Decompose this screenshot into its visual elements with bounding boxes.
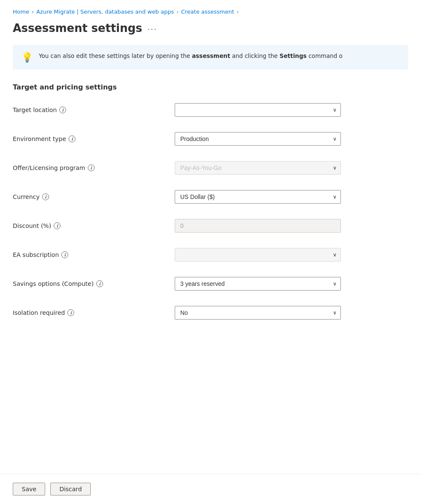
control-environment-type: Production Dev/Test ∨ <box>175 132 341 146</box>
info-icon-ea-subscription[interactable]: i <box>61 251 68 258</box>
discount-input[interactable] <box>175 219 341 233</box>
info-text-before: You can also edit these settings later b… <box>39 52 192 59</box>
form-row-target-location: Target location i ∨ <box>13 103 408 120</box>
control-savings-options: 1 year reserved 3 years reserved None ∨ <box>175 277 341 291</box>
form-row-currency: Currency i US Dollar ($) Euro (€) Britis… <box>13 190 408 207</box>
dropdown-wrapper-environment-type: Production Dev/Test ∨ <box>175 132 341 146</box>
control-target-location: ∨ <box>175 103 341 117</box>
info-text-bold1: assessment <box>192 52 230 59</box>
info-icon-target-location[interactable]: i <box>59 107 66 113</box>
info-icon-isolation-required[interactable]: i <box>67 309 74 316</box>
more-options-button[interactable]: ··· <box>147 25 157 34</box>
form-row-offer-licensing: Offer/Licensing program i Pay-As-You-Go … <box>13 161 408 178</box>
save-button[interactable]: Save <box>13 483 45 495</box>
ea-subscription-select[interactable] <box>175 248 341 262</box>
form-row-savings-options: Savings options (Compute) i 1 year reser… <box>13 277 408 294</box>
discard-button[interactable]: Discard <box>50 483 91 495</box>
info-banner-text: You can also edit these settings later b… <box>39 52 343 60</box>
page-title: Assessment settings <box>13 22 142 35</box>
page-container: Home › Azure Migrate | Servers, database… <box>0 0 421 504</box>
target-location-select[interactable] <box>175 103 341 117</box>
info-icon-discount[interactable]: i <box>54 222 61 229</box>
dropdown-wrapper-currency: US Dollar ($) Euro (€) British Pound (£)… <box>175 190 341 204</box>
control-currency: US Dollar ($) Euro (€) British Pound (£)… <box>175 190 341 204</box>
control-offer-licensing: Pay-As-You-Go ∨ <box>175 161 341 175</box>
dropdown-wrapper-savings-options: 1 year reserved 3 years reserved None ∨ <box>175 277 341 291</box>
info-text-bold2: Settings <box>280 52 307 59</box>
info-banner: 💡 You can also edit these settings later… <box>13 45 408 69</box>
label-target-location: Target location i <box>13 103 175 113</box>
control-isolation-required: No Yes ∨ <box>175 306 341 320</box>
form-row-environment-type: Environment type i Production Dev/Test ∨ <box>13 132 408 149</box>
page-title-row: Assessment settings ··· <box>13 22 408 35</box>
form-row-isolation-required: Isolation required i No Yes ∨ <box>13 306 408 323</box>
form-row-ea-subscription: EA subscription i ∨ <box>13 248 408 265</box>
breadcrumb-sep2: › <box>176 9 179 15</box>
info-icon-currency[interactable]: i <box>42 193 49 200</box>
dropdown-wrapper-isolation-required: No Yes ∨ <box>175 306 341 320</box>
lightbulb-icon: 💡 <box>21 52 33 63</box>
dropdown-wrapper-ea-subscription: ∨ <box>175 248 341 262</box>
currency-select[interactable]: US Dollar ($) Euro (€) British Pound (£) <box>175 190 341 204</box>
label-offer-licensing: Offer/Licensing program i <box>13 161 175 171</box>
breadcrumb: Home › Azure Migrate | Servers, database… <box>13 9 408 15</box>
info-icon-offer-licensing[interactable]: i <box>88 164 95 171</box>
footer: Save Discard <box>0 474 421 504</box>
control-ea-subscription: ∨ <box>175 248 341 262</box>
offer-licensing-select[interactable]: Pay-As-You-Go <box>175 161 341 175</box>
breadcrumb-migrate[interactable]: Azure Migrate | Servers, databases and w… <box>36 9 174 15</box>
isolation-required-select[interactable]: No Yes <box>175 306 341 320</box>
main-content: Home › Azure Migrate | Servers, database… <box>0 0 421 474</box>
control-discount <box>175 219 341 233</box>
label-discount: Discount (%) i <box>13 219 175 229</box>
label-savings-options: Savings options (Compute) i <box>13 277 175 287</box>
label-currency: Currency i <box>13 190 175 200</box>
environment-type-select[interactable]: Production Dev/Test <box>175 132 341 146</box>
breadcrumb-create: Create assessment <box>181 9 234 15</box>
info-icon-savings-options[interactable]: i <box>96 280 103 287</box>
breadcrumb-sep3: › <box>236 9 239 15</box>
info-icon-environment-type[interactable]: i <box>69 135 75 142</box>
label-environment-type: Environment type i <box>13 132 175 142</box>
breadcrumb-sep1: › <box>32 9 34 15</box>
label-ea-subscription: EA subscription i <box>13 248 175 258</box>
savings-options-select[interactable]: 1 year reserved 3 years reserved None <box>175 277 341 291</box>
info-text-after: command o <box>307 52 343 59</box>
dropdown-wrapper-target-location: ∨ <box>175 103 341 117</box>
form-row-discount: Discount (%) i <box>13 219 408 236</box>
label-isolation-required: Isolation required i <box>13 306 175 316</box>
info-text-middle: and clicking the <box>230 52 280 59</box>
section-title-target-pricing: Target and pricing settings <box>13 83 408 91</box>
breadcrumb-home[interactable]: Home <box>13 9 29 15</box>
dropdown-wrapper-offer-licensing: Pay-As-You-Go ∨ <box>175 161 341 175</box>
